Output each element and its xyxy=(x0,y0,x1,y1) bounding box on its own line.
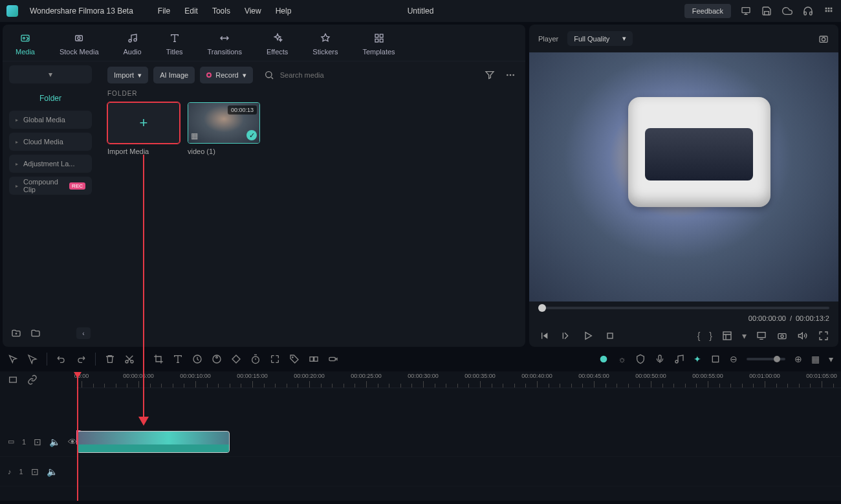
zoom-in-icon[interactable]: ⊕ xyxy=(794,354,802,364)
mute-icon[interactable]: 🔈 xyxy=(49,437,60,447)
zoom-out-icon[interactable]: ⊖ xyxy=(730,354,737,364)
folder-icon[interactable] xyxy=(30,327,41,339)
prev-frame-icon[interactable] xyxy=(538,330,550,342)
mark-out-icon[interactable]: } xyxy=(709,331,712,341)
select-icon[interactable] xyxy=(27,354,38,364)
chevron-down-icon: ▾ xyxy=(243,71,246,80)
keyframe-icon[interactable] xyxy=(231,354,241,364)
chevron-down-icon[interactable]: ▾ xyxy=(742,331,747,341)
expand-icon[interactable] xyxy=(270,354,280,364)
crop-icon[interactable] xyxy=(153,354,164,364)
cloud-icon[interactable] xyxy=(781,5,793,17)
lock-icon[interactable]: ⊡ xyxy=(34,437,41,447)
save-icon[interactable] xyxy=(761,5,772,17)
tab-audio[interactable]: Audio xyxy=(118,30,147,57)
sidebar-item-cloud-media[interactable]: ▸Cloud Media xyxy=(9,133,92,151)
tag-icon[interactable] xyxy=(289,354,300,364)
color-icon[interactable] xyxy=(212,354,222,364)
sidebar-item-global-media[interactable]: ▸Global Media xyxy=(9,111,92,129)
group-icon[interactable] xyxy=(309,354,319,364)
headphones-icon[interactable] xyxy=(802,5,814,17)
svg-point-17 xyxy=(265,72,271,78)
view-grid-icon[interactable]: ▦ xyxy=(811,354,820,364)
tab-transitions[interactable]: Transitions xyxy=(202,30,247,57)
display-icon[interactable] xyxy=(756,330,767,342)
search-input[interactable] xyxy=(280,71,479,79)
timeline-ruler[interactable]: 00:0000:00:05:0000:00:10:0000:00:15:0000… xyxy=(76,371,841,388)
transitions-icon xyxy=(217,31,232,45)
svg-rect-9 xyxy=(76,36,83,41)
link-icon[interactable] xyxy=(27,375,38,385)
undo-icon[interactable] xyxy=(56,354,67,364)
filmstrip-icon: ▦ xyxy=(191,131,198,140)
cursor-icon[interactable] xyxy=(8,354,18,364)
seek-knob[interactable] xyxy=(538,304,546,312)
zoom-slider[interactable] xyxy=(747,358,785,360)
video-card[interactable]: 00:00:13 ▦ ✓ video (1) xyxy=(188,102,260,155)
import-button[interactable]: Import▾ xyxy=(107,67,148,83)
import-media-card[interactable]: + Import Media xyxy=(107,102,180,155)
more-icon[interactable] xyxy=(505,69,516,81)
monitor-icon[interactable] xyxy=(740,5,752,17)
sun-icon[interactable]: ☼ xyxy=(618,354,626,364)
text-icon[interactable] xyxy=(173,354,183,364)
tab-media[interactable]: Media xyxy=(10,30,40,57)
tab-titles[interactable]: Titles xyxy=(161,30,188,57)
svg-point-22 xyxy=(822,38,825,41)
camera-icon[interactable] xyxy=(776,330,788,342)
play-prev-icon[interactable] xyxy=(560,330,572,342)
menu-file[interactable]: File xyxy=(158,6,170,16)
timeline-box-icon[interactable] xyxy=(8,375,18,385)
ai-icon[interactable] xyxy=(598,354,609,364)
tab-stickers[interactable]: Stickers xyxy=(307,30,343,57)
cut-icon[interactable] xyxy=(124,354,135,364)
playhead[interactable] xyxy=(77,374,78,501)
delete-icon[interactable] xyxy=(105,354,115,364)
app-name: Wondershare Filmora 13 Beta xyxy=(30,6,133,16)
sidebar-item-compound-clip[interactable]: ▸Compound ClipREC xyxy=(9,177,92,195)
sidebar-item-adjustment-layer[interactable]: ▸Adjustment La... xyxy=(9,155,92,173)
play-icon[interactable] xyxy=(582,330,594,342)
apps-icon[interactable] xyxy=(823,5,835,17)
sidebar-folder-label[interactable]: Folder xyxy=(9,87,92,107)
ruler-label: 00:00:40:00 xyxy=(521,373,552,379)
tab-effects[interactable]: Effects xyxy=(261,30,293,57)
filter-icon[interactable] xyxy=(484,69,496,81)
tab-templates[interactable]: Templates xyxy=(357,30,400,57)
layout-icon[interactable] xyxy=(721,330,733,342)
seek-bar[interactable] xyxy=(538,307,829,309)
record-tl-icon[interactable] xyxy=(328,354,338,364)
sidebar-collapse[interactable]: ‹ xyxy=(76,327,91,339)
volume-icon[interactable] xyxy=(797,330,809,342)
menu-edit[interactable]: Edit xyxy=(184,6,198,16)
snapshot-icon[interactable] xyxy=(818,33,829,45)
speed-icon[interactable] xyxy=(192,354,202,364)
timeline-clip[interactable] xyxy=(77,431,230,453)
fullscreen-icon[interactable] xyxy=(818,330,829,342)
effects-icon xyxy=(270,31,285,45)
menu-help[interactable]: Help xyxy=(276,6,292,16)
sidebar-dropdown[interactable]: ▾ xyxy=(9,65,92,83)
ruler-label: 00:00:05:00 xyxy=(123,373,154,379)
duration-icon[interactable] xyxy=(250,354,261,364)
feedback-button[interactable]: Feedback xyxy=(684,4,731,18)
shield-icon[interactable] xyxy=(635,354,646,364)
menu-view[interactable]: View xyxy=(245,6,261,16)
new-folder-icon[interactable] xyxy=(10,327,22,339)
layers-icon[interactable] xyxy=(710,354,721,364)
tab-stock-media[interactable]: Stock Media xyxy=(54,30,104,57)
ai-image-button[interactable]: AI Image xyxy=(153,67,195,83)
video-preview[interactable] xyxy=(529,52,838,301)
chevron-down-icon[interactable]: ▾ xyxy=(829,354,833,364)
stop-icon[interactable] xyxy=(604,330,616,342)
magnet-icon[interactable]: ✦ xyxy=(694,354,701,364)
menu-tools[interactable]: Tools xyxy=(212,6,230,16)
mic-icon[interactable] xyxy=(655,354,665,364)
mute-icon[interactable]: 🔈 xyxy=(47,466,58,477)
quality-dropdown[interactable]: Full Quality▾ xyxy=(567,31,633,46)
mark-in-icon[interactable]: { xyxy=(697,331,701,341)
lock-icon[interactable]: ⊡ xyxy=(31,466,39,477)
music-icon[interactable] xyxy=(674,354,684,364)
record-button[interactable]: Record▾ xyxy=(200,67,252,83)
redo-icon[interactable] xyxy=(76,354,86,364)
